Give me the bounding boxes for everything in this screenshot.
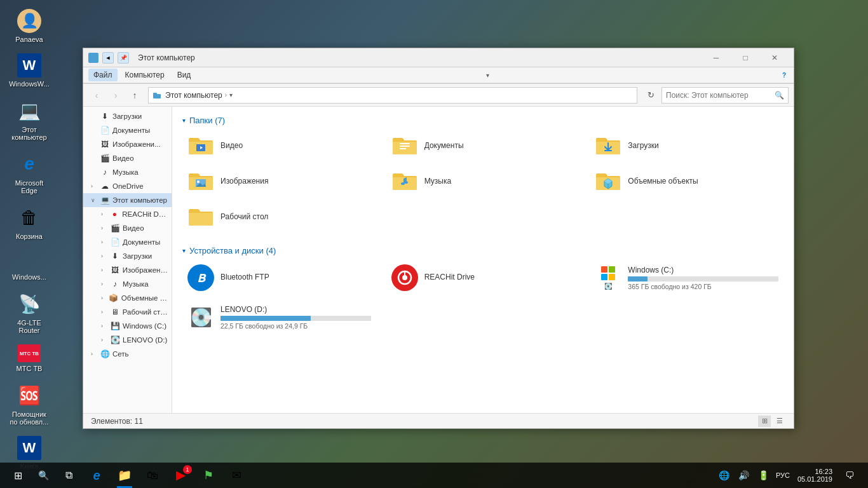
folder-music[interactable]: Музыка <box>386 166 580 196</box>
sidebar-item-music-quick[interactable]: ♪ Музыка <box>83 165 172 179</box>
sidebar-item-video-sub[interactable]: › 🎬 Видео <box>83 221 172 235</box>
explorer-window: ◄ 📌 Этот компьютер ─ □ ✕ Файл Компьютер … <box>83 48 794 429</box>
taskbar-youtube[interactable]: ▶ 1 <box>166 463 194 488</box>
view-details[interactable]: ☰ <box>773 416 786 427</box>
sidebar-item-3d-sub[interactable]: › 📦 Объемные объ... <box>83 291 172 305</box>
folder-downloads[interactable]: Загрузки <box>590 130 783 161</box>
sidebar-item-images-quick[interactable]: 🖼 Изображени... <box>83 137 172 151</box>
expand-arrow: › <box>91 351 98 357</box>
task-view-icon: ⧉ <box>65 470 72 481</box>
drives-section-header[interactable]: ▾ Устройства и диски (4) <box>182 242 783 261</box>
desktop-icon-router[interactable]: 📡 4G-LTERouter <box>6 288 52 337</box>
sidebar-item-onedrive[interactable]: › ☁ OneDrive <box>83 179 172 193</box>
ribbon-help-btn[interactable]: ? <box>780 71 789 80</box>
svg-rect-3 <box>153 93 157 95</box>
reachit-drive-icon <box>391 264 418 291</box>
drive-bluetooth[interactable]: ʙ Bluetooth FTP <box>182 261 376 295</box>
notification-button[interactable]: 🗨 <box>840 463 859 488</box>
folder-images[interactable]: Изображения <box>182 166 376 196</box>
reachit-label: REACHit Drive <box>122 210 168 218</box>
minimize-button[interactable]: ─ <box>702 48 730 67</box>
taskbar-kaspersky[interactable]: ⚑ <box>194 463 222 488</box>
lenovo-d-bar-fill <box>220 316 311 321</box>
desktop-icon-panaeva[interactable]: 👤 Panaeva <box>6 6 52 46</box>
helper-label: Помощникпо обновл... <box>10 410 49 426</box>
refresh-button[interactable]: ↻ <box>642 87 659 104</box>
taskbar-mail[interactable]: ✉ <box>222 463 250 488</box>
view-large-icons[interactable]: ⊞ <box>758 416 771 427</box>
sidebar-item-video-quick[interactable]: 🎬 Видео <box>83 151 172 165</box>
sound-sys-icon[interactable]: 🔊 <box>736 469 751 482</box>
drive-windows-c[interactable]: 💽 Windows (C:) 365 ГБ свободно из 420 ГБ <box>590 261 783 295</box>
3d-folder-icon <box>595 170 621 193</box>
downloads-sub-label: Загрузки <box>123 252 152 260</box>
helper-icon: 🆘 <box>17 383 42 408</box>
items-count: Элементов: 11 <box>91 417 143 426</box>
3d-folder-name: Объемные объекты <box>628 177 698 186</box>
desktop-icon-mts[interactable]: МТС ТВ МТС ТВ <box>6 342 52 375</box>
sidebar-item-music-sub[interactable]: › ♪ Музыка <box>83 277 172 291</box>
drive-reachit[interactable]: REACHit Drive <box>386 261 580 295</box>
reachit-circle-icon <box>391 264 418 291</box>
desktop-icon-recycle[interactable]: 🗑 Корзина <box>6 202 52 243</box>
desktop-icon-windowsw[interactable]: W WindowsW... <box>6 51 52 90</box>
documents-folder-icon <box>391 134 418 157</box>
network-sys-icon[interactable]: 🌐 <box>717 469 731 482</box>
sidebar-item-images-sub[interactable]: › 🖼 Изображения <box>83 263 172 277</box>
menu-file[interactable]: Файл <box>88 69 118 81</box>
folder-video[interactable]: Видео <box>182 130 376 161</box>
taskbar-store[interactable]: 🛍 <box>139 463 166 488</box>
search-icon[interactable]: 🔍 <box>775 91 784 100</box>
downloads-icon: ⬇ <box>100 111 110 121</box>
sidebar-item-desktop-sub[interactable]: › 🖥 Рабочий стол <box>83 305 172 319</box>
drive-lenovo-d[interactable]: 💽 LENOVO (D:) 22,5 ГБ свободно из 24,9 Г… <box>182 300 376 334</box>
taskbar-edge[interactable]: e <box>83 463 111 488</box>
maximize-button[interactable]: □ <box>731 48 759 67</box>
language-indicator[interactable]: РУС <box>776 471 790 479</box>
folder-desktop[interactable]: Рабочий стол <box>182 201 376 232</box>
desktop-icon-this-pc[interactable]: 💻 Этоткомпьютер <box>6 95 52 144</box>
taskbar-clock[interactable]: 16:23 05.01.2019 <box>795 466 835 484</box>
battery-sys-icon[interactable]: 🔋 <box>756 469 771 482</box>
sidebar-item-downloads-sub[interactable]: › ⬇ Загрузки <box>83 249 172 263</box>
desktop-icon-edge[interactable]: e MicrosoftEdge <box>6 149 52 197</box>
forward-button[interactable]: › <box>107 87 124 104</box>
windows-icon <box>19 250 39 271</box>
downloads-sub-icon: ⬇ <box>110 251 120 261</box>
menu-view[interactable]: Вид <box>172 69 196 81</box>
search-input[interactable] <box>666 91 775 100</box>
menu-computer[interactable]: Компьютер <box>120 69 170 81</box>
desktop-icon-windows[interactable]: Windows... <box>6 248 52 283</box>
address-path: Этот компьютер <box>165 91 222 100</box>
ribbon-expand-btn[interactable]: ▾ <box>484 71 492 80</box>
search-bar[interactable]: 🔍 <box>661 87 789 104</box>
panaeva-label: Panaeva <box>15 36 43 43</box>
sidebar-item-downloads-quick[interactable]: ⬇ Загрузки <box>83 109 172 123</box>
quick-access-back[interactable]: ◄ <box>102 52 114 64</box>
start-button[interactable]: ⊞ <box>4 463 32 488</box>
taskbar-explorer[interactable]: 📁 <box>111 463 139 488</box>
address-bar[interactable]: Этот компьютер › ▾ <box>148 87 637 104</box>
close-button[interactable]: ✕ <box>761 48 789 67</box>
folders-section-header[interactable]: ▾ Папки (7) <box>182 112 783 130</box>
up-button[interactable]: ↑ <box>126 87 143 104</box>
taskbar-search-button[interactable]: 🔍 <box>32 463 55 488</box>
sidebar-item-windows-c[interactable]: › 💾 Windows (C:) <box>83 319 172 333</box>
taskbar-task-view[interactable]: ⧉ <box>55 463 83 488</box>
sidebar-item-documents-quick[interactable]: 📄 Документы <box>83 123 172 137</box>
sidebar-item-lenovo-d[interactable]: › 💽 LENOVO (D:) <box>83 333 172 347</box>
address-dropdown[interactable]: ▾ <box>229 92 233 98</box>
desktop-icon-helper[interactable]: 🆘 Помощникпо обновл... <box>6 380 52 428</box>
folder-documents[interactable]: Документы <box>386 130 580 161</box>
sidebar-item-reachit[interactable]: › ● REACHit Drive <box>83 207 172 221</box>
back-button[interactable]: ‹ <box>88 87 105 104</box>
quick-access-pin[interactable]: 📌 <box>118 52 129 64</box>
windows-c-icon: 💽 <box>595 264 621 291</box>
sidebar-item-this-pc[interactable]: ∨ 💻 Этот компьютер <box>83 193 172 207</box>
onedrive-icon: ☁ <box>100 181 110 191</box>
sidebar-item-network[interactable]: › 🌐 Сеть <box>83 347 172 361</box>
sidebar-item-documents-sub[interactable]: › 📄 Документы <box>83 235 172 249</box>
network-label: Сеть <box>112 350 129 358</box>
folder-3dobjects[interactable]: Объемные объекты <box>590 166 783 196</box>
3d-sub-label: Объемные объ... <box>121 294 168 302</box>
